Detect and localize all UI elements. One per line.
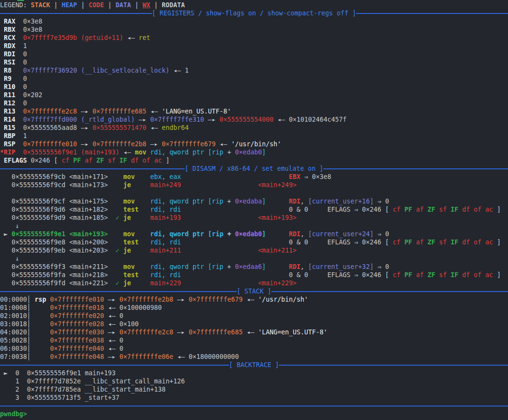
text-segment [139,239,150,246]
text-segment: 0 & 0 [289,206,308,213]
column-divider: │ [27,353,50,360]
text-segment: ] [493,239,501,246]
text-segment: R13 [0,108,15,115]
text-segment: ◂— [242,329,258,336]
register-row-r8: R8 0×7ffff7f36920 (__libc_setlocale_lock… [0,66,508,75]
text-segment: ◂— [273,116,289,123]
text-segment: sf [108,157,119,164]
text-segment: mov [123,263,135,270]
blank-line [0,189,508,197]
text-segment: ◂— [169,67,185,74]
separator-line [0,13,152,14]
disasm-row: 0×55555556f9d6 <main+182> test rdi, rdi … [0,205,508,214]
text-segment: EFLAGS ⇒ 0×246 [ [328,206,393,213]
text-segment: RBX [0,26,15,33]
text-segment: cf [62,157,73,164]
text-segment: rdi, qword ptr [rip [150,230,223,238]
text-segment [15,149,23,156]
separator-line [0,168,185,169]
text-segment: test [123,206,139,213]
text-segment: RBP [0,132,15,140]
text-segment: RDI [289,263,301,270]
text-segment [19,369,27,377]
text-segment: RCX [0,34,15,41]
backtrace-section-header: [ BACKTRACE ] [0,361,508,369]
text-segment [0,369,4,377]
text-segment: af [416,271,428,279]
text-segment: ◂— [104,337,119,344]
stack-row: 04:0020│ 0×7fffffffe030 —▸ 0×7fffffffe2c… [0,328,508,336]
terminal: LEGEND: STACK | HEAP | CODE | DATA | WX … [0,0,508,420]
text-segment [181,247,258,254]
prompt-label: pwndbg> [0,410,27,418]
text-segment: 0×7fffffffe040 [50,345,104,352]
separator-line [356,13,508,14]
column-divider: │ [27,345,50,352]
text-segment [15,42,23,50]
disasm-row-current: ► 0×55555556f9e1 <main+193> mov rdi, qwo… [0,230,508,238]
text-segment: ZF [428,206,439,213]
backtrace-frame: 1 0×7ffff7d7852e __libc_start_call_main+… [0,377,508,385]
text-segment: 0×7fffffffe030 [50,329,104,336]
text-segment: 0×555555554000 [219,116,273,123]
text-segment [8,230,12,238]
text-segment [15,26,23,33]
text-segment: af [416,206,428,213]
separator-line [279,365,508,366]
text-segment: '/usr/bin/sh' [258,296,308,303]
text-segment: 00:0000 [0,296,27,303]
text-segment: IF [451,239,462,246]
register-row-rdx: RDX 1 [0,42,508,50]
register-row-r13: R13 0×7fffffffe2c8 —▸ 0×7fffffffe685 ◂— … [0,107,508,115]
text-segment: rdi, qword ptr [rip [150,263,223,270]
text-segment: 0 [385,263,389,270]
text-segment: af [85,157,96,164]
text-segment: [current_user+32] [308,263,374,270]
text-segment: ◂— [242,296,258,303]
text-segment: 0 [385,230,389,238]
text-segment: df [462,271,474,279]
text-segment: of [142,157,154,164]
disasm-row: 0×55555556f9eb <main+203> ✓ je main+211 … [0,246,508,255]
text-segment: —▸ [135,116,150,123]
text-segment: ◂— [123,34,139,41]
backtrace-frame: 2 0×7ffff7d785ea __libc_start_main+138 [0,385,508,394]
text-segment [308,271,327,279]
column-divider: │ [27,320,50,328]
text-segment [181,280,258,287]
text-segment: 0×100 [119,320,139,328]
text-segment: *RIP [0,149,15,156]
text-segment: R9 [0,75,12,82]
text-segment: 0×7fffffffe028 [50,320,104,328]
text-segment: <main+193> [258,214,296,221]
text-segment: 0×55555556f9d6 <main+182> [0,206,123,213]
stack-row: 00:0000│ rsp 0×7fffffffe010 —▸ 0×7ffffff… [0,295,508,304]
text-segment: PF [405,271,416,279]
text-segment [15,116,23,123]
register-row-r9: R9 0 [0,75,508,83]
prompt-line[interactable]: pwndbg> [0,410,508,418]
text-segment: 0×18000000000 [189,353,239,360]
text-segment [12,75,23,82]
disasm-flow-arrow: ↓ [0,222,508,230]
disasm-flow-arrow: ↓ [0,255,508,263]
current-frame-marker-icon: ► [4,369,8,377]
text-segment: ◂— [104,320,119,328]
text-segment [181,206,289,213]
text-segment: 01:0008 [0,304,27,311]
text-segment: ◂— [104,345,119,352]
text-segment: 0×55555556f9d9 <main+185> [0,214,115,221]
text-segment: 05:0028 [0,337,27,344]
stack-section-header: [ STACK ] [0,287,508,295]
branch-taken-icon: ✓ [115,247,119,254]
backtrace-frame: 3 0×5555555713f5 _start+37 [0,394,508,402]
register-row-r14: R14 0×7ffff7ffd000 (_rtld_global) —▸ 0×7… [0,115,508,124]
register-row-rbp: RBP 1 [0,132,508,140]
disasm-row: 0×55555556f9cf <main+175> mov rdi, qword… [0,197,508,205]
text-segment: sf [439,271,451,279]
text-segment: ] [493,206,501,213]
register-row-rip: *RIP 0×55555556f9e1 (main+193) ◂— mov rd… [0,148,508,156]
text-segment: RDI [289,198,301,205]
text-segment: main+249 [150,181,181,189]
text-segment: PF [73,157,85,164]
